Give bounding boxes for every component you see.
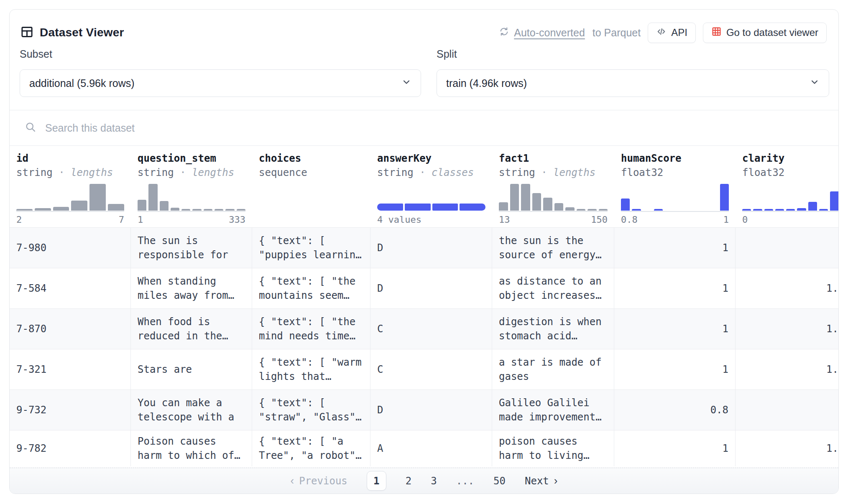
cell-text: a star is made of gases (499, 355, 603, 384)
grid-icon (711, 26, 722, 39)
cell-id: 9-732 (10, 390, 131, 430)
chevron-down-icon (810, 77, 820, 89)
cell-answerKey: A (370, 430, 492, 466)
column-name: choices (259, 153, 301, 164)
cell-clarity: 1. (736, 309, 839, 349)
histogram-bar (819, 209, 828, 211)
cell-text: The sun is responsible for (138, 234, 242, 262)
toolbar: Auto-convertedto Parquet API (499, 23, 827, 43)
histogram-question_stem (138, 184, 245, 211)
histogram-bar (108, 204, 124, 211)
dtype-label: float32 (621, 167, 663, 178)
histogram-bar (225, 209, 234, 211)
page-2[interactable]: 2 (406, 475, 411, 487)
cell-fact1: digestion is when stomach acid… (492, 309, 614, 349)
histogram-bar (148, 184, 157, 211)
stat-label: classes (432, 167, 474, 178)
column-type: sequence (259, 167, 307, 178)
table-wrap: idstring · lengths27question_stemstring … (10, 146, 839, 466)
cell-question_stem: You can make a telescope with a (131, 390, 252, 430)
histogram-range: 0.81 (621, 214, 729, 225)
histogram-bar (565, 207, 575, 211)
previous-page-button[interactable]: ‹ Previous (291, 474, 347, 487)
column-type: float32 (742, 167, 784, 178)
histogram-axis (621, 211, 729, 212)
cell-choices: { "text": [ "the mountains seem… (252, 268, 370, 309)
histogram-bar (138, 200, 146, 211)
cell-text: { "text": [ "the mountains seem… (259, 274, 363, 303)
values-count: 4 values (377, 214, 421, 225)
page-50[interactable]: 50 (493, 475, 506, 487)
cell-answerKey: D (370, 228, 492, 268)
subset-label: Subset (20, 48, 421, 60)
histogram-bar (554, 203, 564, 211)
cell-fact1: a star is made of gases (492, 349, 614, 390)
search-input[interactable] (45, 122, 547, 134)
histogram-id (16, 184, 124, 211)
stat-label: lengths (71, 167, 113, 178)
cell-question_stem: Poison causes harm to which of… (131, 430, 252, 466)
histogram-bar (510, 184, 519, 211)
histogram-bar (753, 209, 762, 211)
histogram-bar (830, 191, 839, 211)
cell-clarity: 1. (736, 349, 839, 390)
cell-id: 7-870 (10, 309, 131, 349)
cell-clarity (736, 228, 839, 268)
histogram-bar (742, 209, 751, 211)
range-max: 7 (119, 214, 124, 225)
dtype-label: string (16, 167, 53, 178)
split-select[interactable]: train (4.96k rows) (437, 69, 829, 97)
class-distribution-bar (377, 204, 485, 211)
chevron-left-icon: ‹ (291, 474, 294, 487)
histogram-humanScore (621, 184, 729, 211)
goto-button-label: Go to dataset viewer (726, 27, 818, 38)
histogram-bar (89, 184, 106, 211)
histogram-bar (237, 209, 245, 211)
search-icon (25, 121, 36, 135)
to-parquet-text: to Parquet (593, 27, 641, 39)
cell-text: { "text": [ "a Tree", "a robot"… (259, 434, 363, 463)
auto-converted-link[interactable]: Auto-convertedto Parquet (499, 26, 641, 39)
cell-question_stem: When standing miles away from… (131, 268, 252, 309)
subset-select[interactable]: additional (5.96k rows) (20, 69, 421, 97)
histogram-bar (521, 184, 530, 211)
dot-separator: · (174, 167, 192, 178)
histogram-bar (160, 201, 169, 211)
histogram-bar (499, 202, 508, 211)
histogram-bar (215, 209, 223, 211)
page-3[interactable]: 3 (431, 475, 437, 487)
histogram-bar (53, 207, 69, 211)
column-header-id: idstring · lengths27 (10, 146, 131, 228)
api-button[interactable]: API (648, 23, 696, 43)
cell-choices: { "text": [ "puppies learnin… (252, 228, 370, 268)
column-name: humanScore (621, 153, 682, 164)
cell-text: When standing miles away from… (138, 274, 242, 303)
histogram-bar (204, 209, 212, 211)
split-select-value: train (4.96k rows) (446, 77, 527, 89)
page-title-text: Dataset Viewer (40, 26, 124, 39)
table-icon (20, 25, 33, 40)
column-type: string · lengths (16, 167, 113, 178)
cell-text: { "text": [ "puppies learnin… (259, 234, 363, 262)
stat-label: lengths (553, 167, 595, 178)
range-max: 333 (229, 214, 245, 225)
histogram-bar (543, 198, 552, 211)
next-page-button[interactable]: Next › (525, 474, 557, 487)
histogram-bar (181, 209, 190, 211)
page-1[interactable]: 1 (367, 471, 386, 491)
cell-id: 7-321 (10, 349, 131, 390)
histogram-range: 0 (742, 214, 839, 225)
cell-answerKey: C (370, 309, 492, 349)
auto-converted-text: Auto-converted (514, 27, 585, 39)
column-header-answerKey: answerKeystring · classes4 values (370, 146, 492, 228)
range-min: 0.8 (621, 214, 638, 225)
cell-choices: { "text": [ "the mind needs time… (252, 309, 370, 349)
histogram-bar (71, 201, 87, 211)
goto-dataset-viewer-button[interactable]: Go to dataset viewer (703, 23, 827, 43)
stat-label: lengths (192, 167, 234, 178)
histogram-bar (654, 209, 663, 211)
column-type: float32 (621, 167, 663, 178)
page-title: Dataset Viewer (20, 25, 124, 40)
titlebar: Dataset Viewer Auto-convertedto Parquet (20, 22, 827, 43)
cell-fact1: the sun is the source of energy… (492, 228, 614, 268)
